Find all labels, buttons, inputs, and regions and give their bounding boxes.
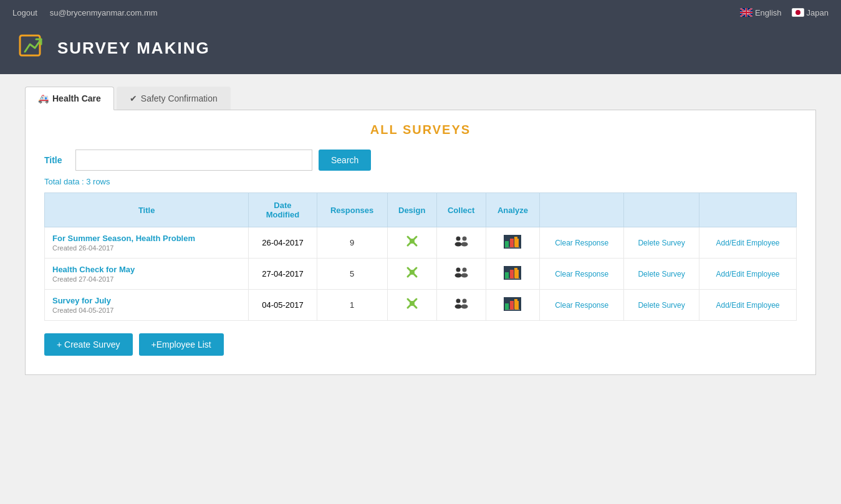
- row-date-modified: 26-04-2017: [249, 227, 317, 259]
- safety-check-icon: ✔: [130, 93, 137, 103]
- delete-survey-link[interactable]: Delete Survey: [638, 270, 685, 278]
- search-button[interactable]: Search: [319, 150, 371, 171]
- svg-rect-43: [510, 301, 513, 309]
- svg-rect-18: [506, 241, 509, 247]
- row-add-edit[interactable]: Add/Edit Employee: [699, 259, 797, 290]
- surveys-table: Title DateModified Responses Design Coll…: [44, 193, 797, 321]
- logo-text: SURVEY MAKING: [57, 39, 210, 58]
- row-collect[interactable]: [436, 259, 486, 290]
- survey-title-link[interactable]: Survey for July: [52, 296, 111, 305]
- analyze-chart-icon[interactable]: [504, 266, 521, 280]
- row-analyze[interactable]: [486, 227, 540, 259]
- table-row: Health Check for May Created 27-04-2017 …: [45, 259, 797, 290]
- col-add-edit: [699, 193, 797, 227]
- row-clear-response[interactable]: Clear Response: [540, 227, 624, 259]
- row-responses: 9: [317, 227, 387, 259]
- lang-english[interactable]: English: [740, 8, 782, 17]
- row-clear-response[interactable]: Clear Response: [540, 259, 624, 290]
- svg-point-27: [462, 268, 466, 272]
- row-analyze[interactable]: [486, 290, 540, 321]
- search-input[interactable]: [75, 150, 312, 171]
- svg-point-15: [462, 237, 466, 241]
- topbar-left: Logout su@brycenmyanmar.com.mm: [12, 8, 158, 17]
- topbar: Logout su@brycenmyanmar.com.mm English: [0, 0, 841, 25]
- design-wrench-icon[interactable]: [405, 265, 419, 282]
- svg-point-25: [456, 268, 460, 272]
- row-add-edit[interactable]: Add/Edit Employee: [699, 290, 797, 321]
- design-wrench-icon[interactable]: [405, 297, 419, 313]
- row-collect[interactable]: [436, 227, 486, 259]
- col-analyze: Analyze: [486, 193, 540, 227]
- health-care-icon: 🚑: [38, 93, 49, 103]
- lang-japan[interactable]: Japan: [792, 8, 829, 17]
- row-delete-survey[interactable]: Delete Survey: [624, 259, 699, 290]
- add-edit-employee-link[interactable]: Add/Edit Employee: [716, 239, 779, 247]
- row-date-modified: 27-04-2017: [249, 259, 317, 290]
- svg-rect-30: [506, 272, 509, 278]
- table-body: For Summer Season, Health Problem Create…: [45, 227, 797, 321]
- svg-rect-31: [510, 270, 513, 278]
- clear-response-link[interactable]: Clear Response: [555, 270, 608, 278]
- row-delete-survey[interactable]: Delete Survey: [624, 290, 699, 321]
- bottom-buttons: + Create Survey +Employee List: [44, 333, 797, 356]
- analyze-chart-icon[interactable]: [504, 297, 521, 311]
- collect-people-icon[interactable]: [453, 266, 469, 282]
- row-title-cell: Survey for July Created 04-05-2017: [45, 290, 249, 321]
- svg-rect-41: [504, 297, 521, 311]
- flag-jp-icon: [792, 8, 804, 17]
- row-analyze[interactable]: [486, 259, 540, 290]
- svg-rect-20: [514, 237, 517, 247]
- analyze-chart-icon[interactable]: [504, 235, 521, 249]
- design-wrench-icon[interactable]: [405, 234, 419, 251]
- col-title: Title: [45, 193, 249, 227]
- tab-health-care[interactable]: 🚑 Health Care: [25, 87, 114, 110]
- employee-list-button[interactable]: +Employee List: [139, 333, 224, 356]
- svg-point-37: [456, 299, 460, 303]
- svg-point-40: [461, 305, 468, 309]
- row-delete-survey[interactable]: Delete Survey: [624, 227, 699, 259]
- clear-response-link[interactable]: Clear Response: [555, 239, 608, 247]
- survey-title-link[interactable]: Health Check for May: [52, 265, 135, 274]
- row-clear-response[interactable]: Clear Response: [540, 290, 624, 321]
- row-responses: 1: [317, 290, 387, 321]
- main-content: 🚑 Health Care ✔ Safety Confirmation ALL …: [0, 74, 841, 388]
- svg-rect-17: [504, 235, 521, 249]
- svg-point-14: [454, 242, 461, 247]
- created-date: Created 26-04-2017: [52, 244, 243, 252]
- header: SURVEY MAKING: [0, 25, 841, 74]
- collect-people-icon[interactable]: [453, 235, 469, 250]
- logo-icon: [19, 34, 50, 62]
- collect-people-icon[interactable]: [453, 297, 469, 313]
- svg-rect-32: [514, 268, 517, 278]
- topbar-right: English Japan: [740, 8, 829, 17]
- col-design: Design: [387, 193, 436, 227]
- lang-english-label: English: [755, 8, 782, 17]
- svg-point-26: [454, 273, 461, 278]
- delete-survey-link[interactable]: Delete Survey: [638, 301, 685, 310]
- svg-point-16: [461, 242, 468, 247]
- tab-health-care-label: Health Care: [52, 93, 101, 103]
- survey-title-link[interactable]: For Summer Season, Health Problem: [52, 234, 195, 243]
- row-design[interactable]: [387, 227, 436, 259]
- svg-rect-29: [504, 266, 521, 280]
- row-collect[interactable]: [436, 290, 486, 321]
- delete-survey-link[interactable]: Delete Survey: [638, 239, 685, 247]
- add-edit-employee-link[interactable]: Add/Edit Employee: [716, 301, 779, 310]
- logout-link[interactable]: Logout: [12, 8, 37, 17]
- created-date: Created 27-04-2017: [52, 275, 243, 283]
- clear-response-link[interactable]: Clear Response: [555, 301, 608, 310]
- user-email: su@brycenmyanmar.com.mm: [50, 8, 158, 17]
- add-edit-employee-link[interactable]: Add/Edit Employee: [716, 270, 779, 278]
- row-add-edit[interactable]: Add/Edit Employee: [699, 227, 797, 259]
- svg-point-39: [462, 299, 466, 303]
- col-date-modified: DateModified: [249, 193, 317, 227]
- table-header: Title DateModified Responses Design Coll…: [45, 193, 797, 227]
- create-survey-button[interactable]: + Create Survey: [44, 333, 133, 356]
- col-clear: [540, 193, 624, 227]
- tab-safety-confirmation[interactable]: ✔ Safety Confirmation: [117, 87, 231, 110]
- svg-point-28: [461, 273, 468, 278]
- flag-uk-icon: [740, 8, 752, 17]
- row-design[interactable]: [387, 259, 436, 290]
- row-title-cell: Health Check for May Created 27-04-2017: [45, 259, 249, 290]
- row-design[interactable]: [387, 290, 436, 321]
